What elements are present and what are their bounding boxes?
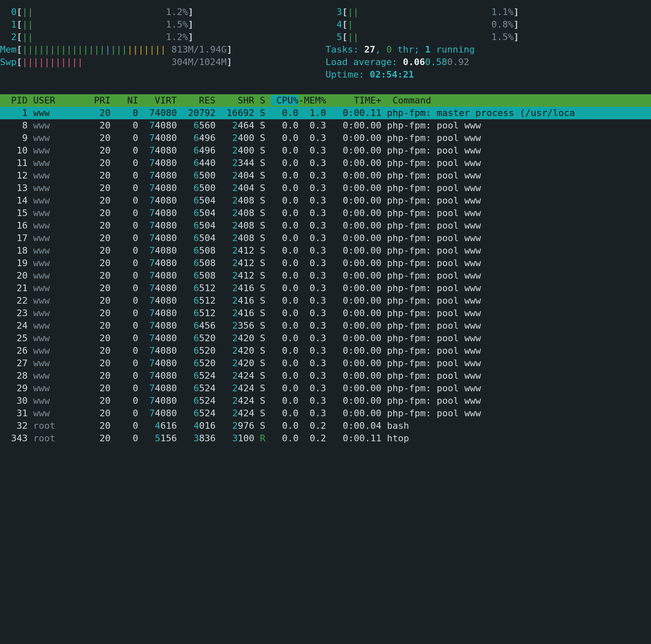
process-row[interactable]: 13 www 20 0 74080 6500 2404 S 0.0 0.3 0:… xyxy=(0,182,651,194)
process-row[interactable]: 18 www 20 0 74080 6508 2412 S 0.0 0.3 0:… xyxy=(0,244,651,257)
cpu-meter-3: 3[|| 1.1%] xyxy=(326,6,651,18)
cpu-meter-5: 5[|| 1.5%] xyxy=(326,31,651,43)
process-row[interactable]: 1 www 20 0 74080 20792 16692 S 0.0 1.0 0… xyxy=(0,107,651,119)
process-row[interactable]: 16 www 20 0 74080 6504 2408 S 0.0 0.3 0:… xyxy=(0,219,651,232)
column-header[interactable]: PID USER PRI NI VIRT RES SHR S CPU%-MEM%… xyxy=(0,94,651,107)
process-row[interactable]: 9 www 20 0 74080 6496 2400 S 0.0 0.3 0:0… xyxy=(0,132,651,144)
process-row[interactable]: 21 www 20 0 74080 6512 2416 S 0.0 0.3 0:… xyxy=(0,282,651,294)
meters-section: 0[|| 1.2%] 1[|| 1.5%] 2[|| 1.2%]Mem[||||… xyxy=(0,6,651,81)
tasks-summary: Tasks: 27, 0 thr; 1 running xyxy=(326,43,651,56)
process-row[interactable]: 27 www 20 0 74080 6520 2420 S 0.0 0.3 0:… xyxy=(0,357,651,370)
memory-meter: Mem[|||||||||||||||||||||||||| 813M/1.94… xyxy=(0,43,326,56)
process-row[interactable]: 30 www 20 0 74080 6524 2424 S 0.0 0.3 0:… xyxy=(0,395,651,407)
process-row[interactable]: 24 www 20 0 74080 6456 2356 S 0.0 0.3 0:… xyxy=(0,319,651,332)
process-row[interactable]: 29 www 20 0 74080 6524 2424 S 0.0 0.3 0:… xyxy=(0,382,651,395)
load-average: Load average: 0.06 0.58 0.92 xyxy=(326,56,651,68)
process-row[interactable]: 343 root 20 0 5156 3836 3100 R 0.0 0.2 0… xyxy=(0,432,651,445)
process-row[interactable]: 10 www 20 0 74080 6496 2400 S 0.0 0.3 0:… xyxy=(0,144,651,157)
process-row[interactable]: 31 www 20 0 74080 6524 2424 S 0.0 0.3 0:… xyxy=(0,407,651,420)
process-row[interactable]: 23 www 20 0 74080 6512 2416 S 0.0 0.3 0:… xyxy=(0,307,651,319)
uptime: Uptime: 02:54:21 xyxy=(326,68,651,81)
cpu-meter-0: 0[|| 1.2%] xyxy=(0,6,326,18)
process-row[interactable]: 28 www 20 0 74080 6524 2424 S 0.0 0.3 0:… xyxy=(0,370,651,382)
cpu-meter-1: 1[|| 1.5%] xyxy=(0,18,326,31)
process-row[interactable]: 8 www 20 0 74080 6560 2464 S 0.0 0.3 0:0… xyxy=(0,119,651,132)
cpu-meter-4: 4[| 0.8%] xyxy=(326,18,651,31)
process-row[interactable]: 12 www 20 0 74080 6500 2404 S 0.0 0.3 0:… xyxy=(0,169,651,182)
process-row[interactable]: 26 www 20 0 74080 6520 2420 S 0.0 0.3 0:… xyxy=(0,345,651,357)
process-row[interactable]: 22 www 20 0 74080 6512 2416 S 0.0 0.3 0:… xyxy=(0,294,651,307)
process-row[interactable]: 14 www 20 0 74080 6504 2408 S 0.0 0.3 0:… xyxy=(0,194,651,207)
process-list[interactable]: 1 www 20 0 74080 20792 16692 S 0.0 1.0 0… xyxy=(0,107,651,445)
process-row[interactable]: 11 www 20 0 74080 6440 2344 S 0.0 0.3 0:… xyxy=(0,157,651,169)
process-row[interactable]: 17 www 20 0 74080 6504 2408 S 0.0 0.3 0:… xyxy=(0,232,651,244)
swap-meter: Swp[||||||||||| 304M/1024M] xyxy=(0,56,326,68)
process-row[interactable]: 32 root 20 0 4616 4016 2976 S 0.0 0.2 0:… xyxy=(0,420,651,432)
process-row[interactable]: 20 www 20 0 74080 6508 2412 S 0.0 0.3 0:… xyxy=(0,269,651,282)
process-row[interactable]: 25 www 20 0 74080 6520 2420 S 0.0 0.3 0:… xyxy=(0,332,651,345)
process-row[interactable]: 19 www 20 0 74080 6508 2412 S 0.0 0.3 0:… xyxy=(0,257,651,269)
process-row[interactable]: 15 www 20 0 74080 6504 2408 S 0.0 0.3 0:… xyxy=(0,207,651,219)
cpu-meter-2: 2[|| 1.2%] xyxy=(0,31,326,43)
